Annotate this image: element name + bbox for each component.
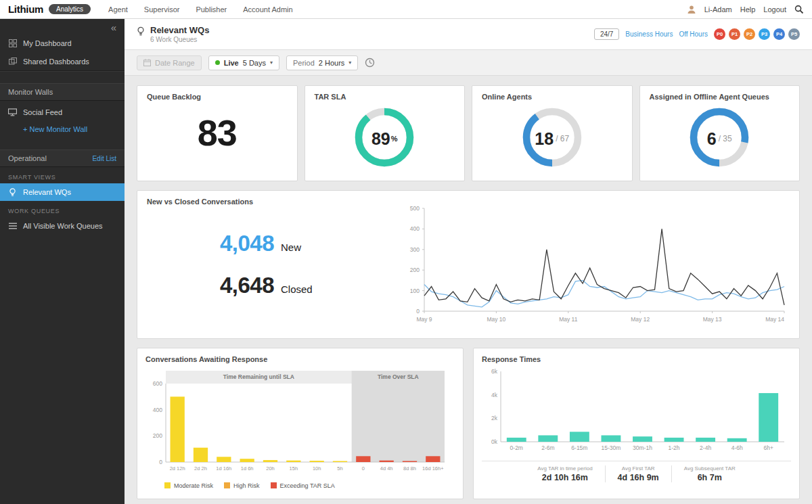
nav-publisher[interactable]: Publisher [196,5,227,14]
topbar-right: Li-Adam Help Logout [687,5,804,14]
legend-swatch [224,482,230,488]
sidebar-item-label: Shared Dashboards [23,58,89,66]
online-agents-card: Online Agents 18/ 67 [472,85,633,181]
sidebar-item-relevant-wqs[interactable]: Relevant WQs [0,183,125,201]
sidebar-item-label: My Dashboard [23,39,72,47]
filter-off-hours[interactable]: Off Hours [679,30,708,38]
svg-text:1d 6h: 1d 6h [241,465,254,472]
nav-account-admin[interactable]: Account Admin [243,5,292,14]
svg-text:0-2m: 0-2m [510,444,523,451]
edit-list-link[interactable]: Edit List [92,155,116,162]
priority-badge-p5[interactable]: P5 [788,28,800,40]
svg-text:20h: 20h [266,465,275,472]
svg-text:4k: 4k [491,392,498,398]
section-label: Monitor Walls [8,88,53,96]
card-title: Queue Backlog [147,93,288,101]
logout-link[interactable]: Logout [763,5,786,14]
svg-text:6-15m: 6-15m [571,444,587,451]
sidebar-section-monitor-walls: Monitor Walls [0,83,125,101]
chevron-down-icon: ▾ [348,60,351,66]
queue-backlog-value: 83 [147,114,288,151]
priority-badge-p1[interactable]: P1 [729,28,740,40]
sidebar-collapse-button[interactable]: « [0,19,125,35]
svg-text:0: 0 [416,308,420,315]
awaiting-response-chart: Time Remaining until SLATime Over SLA020… [145,365,450,478]
svg-text:2d 2h: 2d 2h [194,465,207,472]
analytics-pill[interactable]: Analytics [49,4,91,14]
sidebar-item-all-visible-work-queues[interactable]: All Visible Work Queues [0,217,125,235]
svg-text:15-30m: 15-30m [602,444,621,451]
new-monitor-wall-link[interactable]: + New Monitor Wall [0,121,125,137]
stat-avg-subsequent-tar: Avg Subsequent TAR 6h 7m [671,465,748,482]
dashboard-content: Queue Backlog 83 TAR SLA 89% Online Agen… [125,76,812,504]
svg-text:0k: 0k [491,438,498,445]
card-title: TAR SLA [315,93,455,101]
svg-text:2k: 2k [491,415,498,421]
legend-swatch [164,482,171,488]
period-label: Period [293,59,315,67]
list-icon [8,223,17,229]
awaiting-response-legend: Moderate Risk High Risk Exceeding TAR SL… [145,482,455,489]
user-avatar-icon [687,5,696,14]
nav-agent[interactable]: Agent [108,5,128,14]
lightbulb-icon [8,188,17,197]
top-nav: Agent Supervisor Publisher Account Admin [108,5,293,14]
svg-text:0: 0 [362,465,365,472]
dashboard-grid-icon [8,39,17,47]
svg-text:600: 600 [153,380,162,387]
offline-assigned-value: 6 [707,129,717,149]
page-subtitle: 6 Work Queues [150,36,209,43]
new-vs-closed-card: New vs Closed Conversations 4,048 New 4,… [137,190,800,339]
user-name[interactable]: Li-Adam [704,5,732,14]
nav-supervisor[interactable]: Supervisor [144,5,180,14]
sidebar-item-shared-dashboards[interactable]: Shared Dashboards [0,52,125,71]
live-range-dropdown[interactable]: Live 5 Days ▾ [208,55,279,70]
svg-text:May 13: May 13 [703,316,722,323]
tar-sla-unit: % [391,135,398,143]
tar-sla-card: TAR SLA 89% [304,85,466,181]
svg-text:6k: 6k [491,368,498,375]
conversation-totals: 4,048 New 4,648 Closed [145,231,376,298]
page-header: Relevant WQs 6 Work Queues 24/7 Business… [125,19,812,50]
sidebar-item-my-dashboard[interactable]: My Dashboard [0,35,125,52]
priority-badge-p4[interactable]: P4 [773,28,785,40]
svg-text:6h+: 6h+ [764,444,773,451]
live-label: Live [224,59,239,67]
svg-text:1d 16h: 1d 16h [216,465,231,472]
filter-business-hours[interactable]: Business Hours [625,30,673,38]
priority-badge-p3[interactable]: P3 [759,28,770,40]
svg-text:2d 12h: 2d 12h [170,465,185,472]
clock-refresh-icon[interactable] [365,58,375,68]
svg-text:200: 200 [410,267,420,273]
date-range-button[interactable]: Date Range [137,55,202,70]
svg-text:2-6m: 2-6m [541,444,554,451]
online-agents-donut: 18/ 67 [518,104,586,174]
priority-badge-p2[interactable]: P2 [744,28,755,40]
svg-text:0: 0 [159,459,162,465]
card-title: New vs Closed Conversations [147,198,253,206]
search-icon[interactable] [794,5,804,14]
lightbulb-icon [137,26,145,37]
svg-text:Time Over SLA: Time Over SLA [378,373,419,380]
filter-24-7[interactable]: 24/7 [594,28,619,40]
svg-text:5h: 5h [337,465,342,472]
offline-assigned-total: / 35 [719,134,732,143]
svg-text:200: 200 [153,432,162,439]
period-dropdown[interactable]: Period 2 Hours ▾ [286,55,358,70]
period-value: 2 Hours [319,59,345,67]
shared-dashboards-icon [8,58,17,66]
chevron-down-icon: ▾ [270,60,273,66]
priority-badge-p0[interactable]: P0 [714,28,725,40]
work-queues-header: WORK QUEUES [0,201,125,217]
sidebar-item-social-feed[interactable]: Social Feed [0,104,125,121]
legend-item: Exceeding TAR SLA [271,482,335,489]
calendar-icon [143,59,151,66]
svg-text:100: 100 [410,288,420,294]
help-link[interactable]: Help [740,5,756,14]
svg-text:4d 4h: 4d 4h [380,465,393,472]
svg-text:May 14: May 14 [765,316,784,323]
lithium-logo[interactable]: Lithium [8,3,43,15]
card-title: Online Agents [482,93,623,101]
svg-text:15h: 15h [290,465,298,472]
queue-backlog-card: Queue Backlog 83 [137,85,298,181]
